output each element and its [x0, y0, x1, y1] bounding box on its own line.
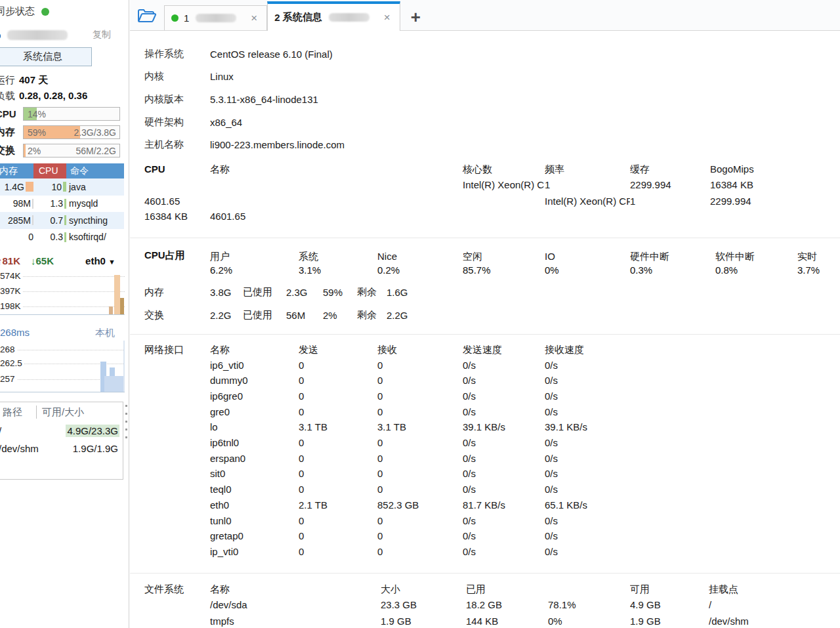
- network-interface-row: ip6_vti0000/s0/s: [144, 358, 840, 373]
- interface-value: 0/s: [545, 373, 840, 388]
- tab-title: 系统信息: [280, 11, 322, 24]
- cell: [210, 194, 463, 209]
- process-cpu: 10: [33, 182, 66, 192]
- usage-item-label: IO: [545, 249, 630, 263]
- folder-icon: [137, 8, 157, 24]
- new-tab-button[interactable]: +: [411, 10, 421, 24]
- interface-value: 39.1 KB/s: [463, 419, 545, 435]
- interface-value: 0: [377, 544, 463, 560]
- graph-tick-label: 397K: [0, 286, 23, 296]
- tab-close-icon[interactable]: ×: [381, 11, 393, 24]
- interface-value: [144, 482, 210, 497]
- network-header: 名称: [210, 342, 299, 358]
- cell: [463, 209, 545, 224]
- interface-name: gre0: [210, 404, 299, 420]
- cpu-header-cache: 缓存: [630, 161, 710, 177]
- gauge-percent: 2%: [28, 146, 41, 156]
- usage-item-label: 软件中断: [715, 249, 797, 263]
- interface-value: 0: [377, 388, 463, 404]
- field-value: CentOS release 6.10 (Final): [210, 49, 840, 60]
- interface-value: 39.1 KB/s: [545, 419, 840, 435]
- filesystem-header-row: 文件系统名称大小已用可用挂载点: [144, 581, 840, 598]
- filesystem-header: 已用: [466, 581, 548, 598]
- interface-name: sit0: [210, 466, 299, 482]
- process-row[interactable]: 98M1.3mysqld: [0, 196, 124, 213]
- process-cpu: 0.7: [33, 215, 66, 226]
- ping-row: 268ms 本机: [0, 327, 123, 339]
- sync-status-label: 同步状态: [0, 5, 35, 18]
- process-row[interactable]: 285M0.7syncthing: [0, 212, 124, 229]
- interface-value: 0/s: [463, 388, 545, 404]
- filesystem-value: 1.9 GB: [630, 614, 709, 628]
- gauge-bar: 59%2.3G/3.8G: [23, 125, 120, 139]
- interface-name: ip6tnl0: [210, 435, 299, 451]
- interface-value: 0: [299, 451, 377, 467]
- interface-selector[interactable]: eth0 ▼: [85, 255, 116, 266]
- interface-value: [144, 513, 210, 529]
- cpu-usage-item: IO0%: [545, 249, 630, 277]
- memory-used: 2.3G: [286, 287, 323, 298]
- filesystem-value: [144, 614, 210, 628]
- open-folder-button[interactable]: [130, 3, 164, 28]
- interface-value: [144, 497, 210, 513]
- interface-value: [144, 528, 210, 544]
- interface-value: 0/s: [545, 482, 840, 497]
- graph-bar: [104, 376, 124, 392]
- mem-usage-bar: [26, 182, 33, 192]
- cpu-usage-item: Nice0.2%: [377, 249, 463, 277]
- network-throughput-row: ↑ 81K ↓ 65K eth0 ▼: [0, 255, 123, 266]
- interface-name: gretap0: [210, 528, 299, 544]
- interface-value: 0: [299, 482, 377, 497]
- cpu-usage-item: 系统3.1%: [299, 249, 377, 277]
- cpu-cores: 1: [545, 177, 630, 193]
- uptime-row: 运行 407 天: [0, 74, 125, 87]
- filesystem-header: 大小: [381, 581, 466, 598]
- interface-value: 0: [299, 388, 377, 404]
- graph-gridline: 397K: [0, 291, 125, 292]
- tab-close-icon[interactable]: ×: [248, 12, 260, 25]
- system-info-button[interactable]: 系统信息: [0, 47, 92, 66]
- filesystem-header: 挂载点: [709, 581, 840, 598]
- gauge-label: 交换: [0, 144, 23, 157]
- cpu-section-label: CPU: [144, 161, 210, 177]
- interface-value: [144, 388, 210, 404]
- interface-value: 0/s: [545, 528, 840, 544]
- memory-free-label: 剩余: [357, 286, 387, 299]
- interface-value: 0/s: [463, 404, 545, 420]
- tab-strip: 1×2 系统信息×: [164, 1, 400, 30]
- cell: [463, 194, 545, 209]
- chevron-down-icon: ▼: [108, 258, 116, 266]
- sync-status-dot-icon: [41, 8, 49, 16]
- gauge-detail: 2.3G/3.8G: [74, 127, 116, 138]
- usage-item-label: 用户: [210, 249, 299, 263]
- network-interface-row: ip_vti0000/s0/s: [144, 544, 840, 560]
- process-mem: 0: [0, 232, 33, 242]
- tab-2[interactable]: 2 系统信息×: [267, 1, 400, 31]
- copy-button[interactable]: 复制: [93, 29, 111, 41]
- tab-1[interactable]: 1×: [164, 5, 267, 30]
- divider-drag-handle[interactable]: [124, 399, 128, 444]
- network-interface-row: erspan0000/s0/s: [144, 451, 840, 467]
- graph-tick-label: 198K: [0, 301, 23, 311]
- process-row[interactable]: 00.3ksoftirqd/: [0, 229, 124, 246]
- cpu-header-cores: 核心数: [463, 161, 545, 177]
- network-interfaces-section: 网络接口名称发送接收发送速度接收速度ip6_vti0000/s0/sdummy0…: [144, 342, 840, 560]
- gauge-detail: 56M/2.2G: [76, 146, 116, 156]
- gauge-percent: 59%: [28, 127, 46, 138]
- usage-item-label: 空闲: [463, 249, 545, 263]
- network-interface-row: gre0000/s0/s: [144, 404, 840, 420]
- network-interface-row: eth02.1 TB852.3 GB81.7 KB/s65.1 KB/s: [144, 497, 840, 513]
- network-interface-row: lo3.1 TB3.1 TB39.1 KB/s39.1 KB/s: [144, 419, 840, 435]
- network-header-row: 网络接口名称发送接收发送速度接收速度: [144, 342, 840, 358]
- filesystem-value: 0%: [548, 614, 630, 628]
- process-mem: 98M: [0, 198, 33, 209]
- process-row[interactable]: 1.4G10java: [0, 178, 124, 196]
- interface-value: 0: [299, 404, 377, 420]
- usage-item-value: 0.3%: [630, 263, 715, 277]
- ip-label: p: [0, 30, 1, 41]
- usage-item-value: 0.2%: [377, 263, 463, 277]
- graph-bar: [123, 341, 125, 392]
- interface-name: eth0: [210, 497, 299, 513]
- interface-value: 0/s: [463, 373, 545, 388]
- ping-graph: 268262.5257: [0, 339, 125, 392]
